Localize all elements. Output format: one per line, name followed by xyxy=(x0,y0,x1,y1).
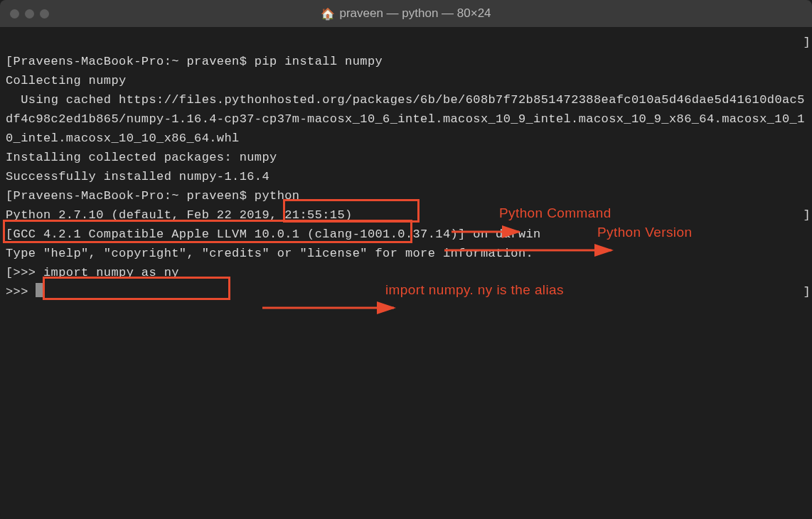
annotation-box-import xyxy=(43,277,230,300)
cursor xyxy=(36,283,43,297)
maximize-button[interactable] xyxy=(40,9,49,18)
python-prompt-1: [>>> xyxy=(6,266,43,279)
window-title-text: praveen — python — 80×24 xyxy=(339,6,491,21)
output-gcc: [GCC 4.2.1 Compatible Apple LLVM 10.0.1 … xyxy=(6,228,541,241)
close-button[interactable] xyxy=(10,9,19,18)
output-cached-url: Using cached https://files.pythonhosted.… xyxy=(6,93,805,145)
prompt-2: [Praveens-MacBook-Pro:~ praveen$ xyxy=(6,189,255,203)
home-icon: 🏠 xyxy=(321,7,335,21)
window-title: 🏠 praveen — python — 80×24 xyxy=(321,6,491,21)
command-pip-install: pip install numpy xyxy=(255,55,383,68)
titlebar: 🏠 praveen — python — 80×24 xyxy=(0,0,812,27)
bracket-right-1: ] xyxy=(803,33,811,52)
output-collecting: Collecting numpy xyxy=(6,74,127,87)
bracket-right-3: ] xyxy=(803,282,811,301)
annotation-label-python-version: Python Version xyxy=(597,223,692,242)
command-import-numpy: import numpy as ny xyxy=(43,266,179,279)
prompt-1: [Praveens-MacBook-Pro:~ praveen$ xyxy=(6,55,255,68)
output-installing: Installing collected packages: numpy xyxy=(6,151,277,164)
traffic-lights xyxy=(0,9,49,18)
terminal-content[interactable]: [Praveens-MacBook-Pro:~ praveen$ pip ins… xyxy=(0,27,812,519)
annotation-arrow-import xyxy=(233,282,405,341)
command-python: python xyxy=(255,189,300,203)
minimize-button[interactable] xyxy=(25,9,34,18)
output-python-version: Python 2.7.10 (default, Feb 22 2019, 21:… xyxy=(6,208,353,222)
terminal-window: 🏠 praveen — python — 80×24 [Praveens-Mac… xyxy=(0,0,812,519)
annotation-label-import-alias: import numpy. ny is the alias xyxy=(385,280,564,299)
annotation-label-python-command: Python Command xyxy=(499,203,611,223)
output-help-text: Type "help", "copyright", "credits" or "… xyxy=(6,247,533,260)
output-success: Successfully installed numpy-1.16.4 xyxy=(6,170,269,183)
python-prompt-2: >>> xyxy=(6,285,36,299)
bracket-right-2: ] xyxy=(803,205,811,225)
